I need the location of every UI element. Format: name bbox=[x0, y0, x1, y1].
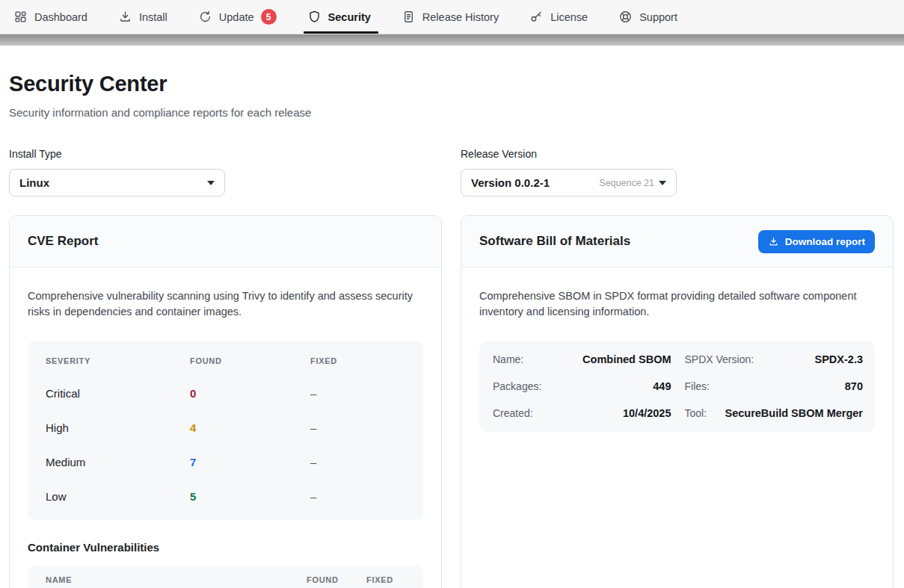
sbom-name-value: Combined SBOM bbox=[582, 353, 671, 365]
cve-card-title: CVE Report bbox=[28, 234, 98, 249]
sbom-spdx-version-value: SPDX-2.3 bbox=[815, 353, 863, 365]
sbom-description: Comprehensive SBOM in SPDX format provid… bbox=[479, 288, 859, 321]
download-report-button[interactable]: Download report bbox=[758, 230, 875, 253]
cve-description: Comprehensive vulnerability scanning usi… bbox=[28, 288, 418, 321]
severity-label: Medium bbox=[46, 456, 190, 468]
table-row: Name: Combined SBOM SPDX Version: SPDX-2… bbox=[493, 346, 863, 373]
severity-label: High bbox=[46, 421, 190, 434]
sbom-tool-label: Tool: bbox=[685, 407, 707, 419]
release-version-label: Release Version bbox=[461, 148, 677, 160]
cards-row: CVE Report Comprehensive vulnerability s… bbox=[9, 215, 894, 588]
sbom-files-label: Files: bbox=[685, 380, 710, 392]
container-vulnerabilities-title: Container Vulnerabilities bbox=[28, 541, 423, 554]
found-column-header: FOUND bbox=[190, 356, 310, 365]
lifebuoy-icon bbox=[618, 10, 633, 24]
container-vulnerabilities-table-header: NAME FOUND FIXED bbox=[28, 566, 423, 588]
fixed-column-header: FIXED bbox=[366, 575, 405, 584]
download-icon bbox=[118, 10, 132, 24]
download-icon bbox=[768, 236, 779, 247]
table-row: Low 5 – bbox=[28, 490, 423, 503]
found-count: 0 bbox=[190, 387, 310, 400]
found-count: 5 bbox=[190, 490, 310, 503]
nav-label-install: Install bbox=[139, 11, 167, 23]
nav-item-license[interactable]: License bbox=[529, 0, 588, 34]
chevron-down-icon bbox=[659, 181, 666, 185]
release-version-filter: Release Version Version 0.0.2-1 Sequence… bbox=[461, 148, 677, 196]
chevron-down-icon bbox=[207, 181, 215, 185]
top-navigation: Dashboard Install Update 5 Security Rele… bbox=[0, 0, 904, 34]
nav-label-release-history: Release History bbox=[422, 11, 499, 23]
table-row: Packages: 449 Files: 870 bbox=[493, 373, 863, 400]
cve-card-header: CVE Report bbox=[10, 216, 441, 267]
sbom-card-header: Software Bill of Materials Download repo… bbox=[461, 216, 893, 267]
filters-row: Install Type Linux Release Version Versi… bbox=[9, 148, 894, 196]
sbom-packages-value: 449 bbox=[653, 380, 671, 392]
release-version-select[interactable]: Version 0.0.2-1 Sequence 21 bbox=[461, 169, 677, 196]
sbom-spdx-version-label: SPDX Version: bbox=[685, 353, 754, 365]
severity-label: Low bbox=[46, 490, 190, 503]
page-title: Security Center bbox=[9, 72, 894, 96]
nav-item-security[interactable]: Security bbox=[307, 0, 371, 34]
table-row: Created: 10/4/2025 Tool: SecureBuild SBO… bbox=[493, 400, 863, 427]
document-icon bbox=[402, 10, 416, 24]
nav-item-dashboard[interactable]: Dashboard bbox=[13, 0, 87, 34]
release-version-value: Version 0.0.2-1 bbox=[471, 176, 550, 189]
name-column-header: NAME bbox=[46, 575, 307, 584]
sbom-created-label: Created: bbox=[493, 407, 533, 419]
update-count-badge: 5 bbox=[261, 9, 277, 25]
key-icon bbox=[529, 10, 544, 24]
severity-column-header: SEVERITY bbox=[46, 356, 190, 365]
page-subtitle: Security information and compliance repo… bbox=[9, 106, 894, 119]
nav-item-support[interactable]: Support bbox=[618, 0, 677, 34]
refresh-icon bbox=[198, 10, 212, 24]
sbom-card-title: Software Bill of Materials bbox=[479, 234, 630, 249]
nav-label-license: License bbox=[550, 11, 588, 23]
cve-card-body: Comprehensive vulnerability scanning usi… bbox=[10, 267, 441, 588]
window-separator-bar bbox=[0, 34, 904, 46]
install-type-filter: Install Type Linux bbox=[9, 148, 225, 196]
sbom-name-label: Name: bbox=[493, 353, 523, 365]
nav-item-install[interactable]: Install bbox=[118, 0, 167, 34]
severity-label: Critical bbox=[46, 387, 190, 400]
fixed-count: – bbox=[310, 387, 405, 400]
table-row: High 4 – bbox=[28, 421, 423, 434]
sbom-tool-value: SecureBuild SBOM Merger bbox=[725, 407, 863, 419]
fixed-column-header: FIXED bbox=[310, 356, 405, 365]
install-type-select[interactable]: Linux bbox=[9, 169, 225, 196]
install-type-value: Linux bbox=[19, 176, 49, 189]
fixed-count: – bbox=[310, 456, 405, 468]
nav-label-update: Update bbox=[219, 11, 254, 23]
table-row: Critical 0 – bbox=[28, 387, 423, 400]
cve-report-card: CVE Report Comprehensive vulnerability s… bbox=[9, 215, 442, 588]
shield-icon bbox=[307, 10, 322, 24]
dashboard-grid-icon bbox=[13, 10, 28, 24]
nav-label-security: Security bbox=[328, 11, 371, 23]
severity-table-header: SEVERITY FOUND FIXED bbox=[28, 356, 423, 365]
sbom-files-value: 870 bbox=[845, 380, 863, 392]
sequence-label: Sequence 21 bbox=[599, 178, 654, 188]
sbom-card-body: Comprehensive SBOM in SPDX format provid… bbox=[461, 267, 893, 450]
nav-item-update[interactable]: Update 5 bbox=[198, 0, 277, 34]
nav-item-release-history[interactable]: Release History bbox=[402, 0, 499, 34]
found-count: 7 bbox=[190, 456, 310, 468]
found-count: 4 bbox=[190, 421, 310, 434]
download-report-label: Download report bbox=[785, 236, 865, 247]
active-tab-underline bbox=[304, 31, 378, 34]
sbom-packages-label: Packages: bbox=[493, 380, 541, 392]
sbom-created-value: 10/4/2025 bbox=[623, 407, 671, 419]
main-content: Security Center Security information and… bbox=[0, 72, 904, 588]
sbom-details-table: Name: Combined SBOM SPDX Version: SPDX-2… bbox=[479, 341, 875, 432]
nav-label-support: Support bbox=[639, 11, 677, 23]
sbom-card: Software Bill of Materials Download repo… bbox=[461, 215, 894, 588]
severity-table: SEVERITY FOUND FIXED Critical 0 – High 4… bbox=[28, 341, 423, 520]
fixed-count: – bbox=[310, 490, 405, 503]
found-column-header: FOUND bbox=[307, 575, 366, 584]
table-row: Medium 7 – bbox=[28, 456, 423, 468]
install-type-label: Install Type bbox=[9, 148, 225, 160]
fixed-count: – bbox=[310, 421, 405, 434]
nav-label-dashboard: Dashboard bbox=[34, 11, 87, 23]
